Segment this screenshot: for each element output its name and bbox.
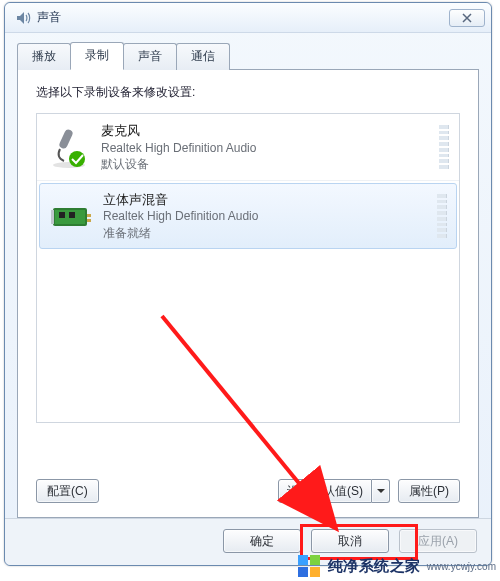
tab-playback[interactable]: 播放 (17, 43, 71, 70)
tab-sounds[interactable]: 声音 (123, 43, 177, 70)
device-desc: Realtek High Definition Audio (101, 140, 431, 156)
set-default-button[interactable]: 设为默认值(S) (278, 479, 390, 503)
device-name: 立体声混音 (103, 191, 429, 209)
device-status: 默认设备 (101, 156, 431, 172)
watermark: 纯净系统之家 www.ycwjy.com (298, 551, 496, 581)
window-title: 声音 (37, 9, 449, 26)
svg-rect-1 (58, 128, 74, 150)
ok-button[interactable]: 确定 (223, 529, 301, 553)
recording-panel: 选择以下录制设备来修改设置: 麦克风 Realt (17, 69, 479, 518)
soundcard-icon (49, 194, 93, 238)
level-meter (437, 194, 447, 238)
tab-communications[interactable]: 通信 (176, 43, 230, 70)
device-desc: Realtek High Definition Audio (103, 208, 429, 224)
tabs: 播放 录制 声音 通信 (17, 41, 479, 69)
cancel-button[interactable]: 取消 (311, 529, 389, 553)
watermark-sub: www.ycwjy.com (427, 561, 496, 572)
svg-rect-8 (87, 214, 91, 217)
device-item-stereomix[interactable]: 立体声混音 Realtek High Definition Audio 准备就绪 (39, 183, 457, 249)
panel-instruction: 选择以下录制设备来修改设置: (36, 84, 460, 101)
device-name: 麦克风 (101, 122, 431, 140)
panel-buttons: 配置(C) 设为默认值(S) 属性(P) (36, 467, 460, 503)
speaker-icon (15, 10, 31, 26)
tab-recording[interactable]: 录制 (70, 42, 124, 70)
device-status: 准备就绪 (103, 225, 429, 241)
device-list[interactable]: 麦克风 Realtek High Definition Audio 默认设备 (36, 113, 460, 423)
close-button[interactable] (449, 9, 485, 27)
dialog-body: 播放 录制 声音 通信 选择以下录制设备来修改设置: (5, 33, 491, 518)
sound-dialog: 声音 播放 录制 声音 通信 选择以下录制设备来修改设置: (4, 2, 492, 566)
set-default-dropdown[interactable] (372, 479, 390, 503)
close-icon (462, 13, 472, 23)
device-text: 立体声混音 Realtek High Definition Audio 准备就绪 (103, 191, 429, 241)
configure-button[interactable]: 配置(C) (36, 479, 99, 503)
svg-rect-6 (69, 212, 75, 218)
device-item-microphone[interactable]: 麦克风 Realtek High Definition Audio 默认设备 (37, 114, 459, 181)
set-default-main[interactable]: 设为默认值(S) (278, 479, 372, 503)
watermark-text: 纯净系统之家 (328, 557, 421, 576)
svg-rect-7 (51, 210, 54, 224)
properties-button[interactable]: 属性(P) (398, 479, 460, 503)
level-meter (439, 125, 449, 169)
logo-icon (298, 555, 320, 577)
apply-button[interactable]: 应用(A) (399, 529, 477, 553)
svg-rect-5 (59, 212, 65, 218)
chevron-down-icon (377, 487, 385, 495)
svg-point-2 (69, 151, 85, 167)
titlebar: 声音 (5, 3, 491, 33)
device-text: 麦克风 Realtek High Definition Audio 默认设备 (101, 122, 431, 172)
svg-rect-9 (87, 219, 91, 222)
microphone-icon (47, 125, 91, 169)
